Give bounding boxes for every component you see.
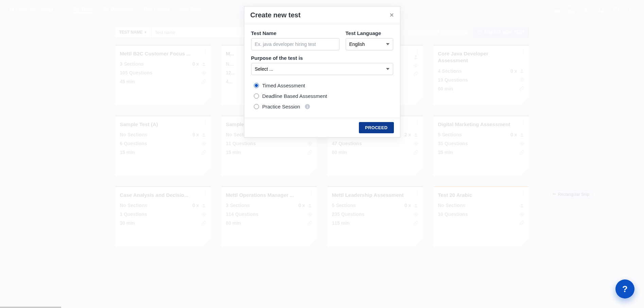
radio-practice-label: Practice Session: [262, 104, 300, 109]
assessment-type-group: Timed Assessment Deadline Based Assessme…: [253, 83, 392, 109]
purpose-select[interactable]: Select ...: [251, 63, 393, 75]
purpose-label: Purpose of the test is: [251, 55, 393, 61]
radio-timed-input[interactable]: [254, 83, 259, 88]
radio-practice[interactable]: Practice Session i: [254, 104, 392, 109]
modal-footer: PROCEED: [244, 118, 400, 137]
proceed-button[interactable]: PROCEED: [359, 122, 394, 133]
radio-deadline-label: Deadline Based Assessment: [262, 93, 327, 99]
modal-body: Test Name Test Language English Purpose …: [244, 24, 400, 118]
create-test-modal: Create new test ✕ Test Name Test Languag…: [244, 6, 400, 138]
radio-timed-label: Timed Assessment: [262, 83, 305, 88]
help-fab[interactable]: ?: [615, 279, 634, 298]
modal-header: Create new test ✕: [244, 6, 400, 24]
info-icon[interactable]: i: [305, 104, 310, 109]
test-language-label: Test Language: [346, 30, 393, 36]
modal-title: Create new test: [250, 11, 301, 19]
radio-timed[interactable]: Timed Assessment: [254, 83, 392, 88]
radio-deadline[interactable]: Deadline Based Assessment: [254, 93, 392, 99]
close-icon[interactable]: ✕: [389, 12, 394, 18]
radio-practice-input[interactable]: [254, 104, 259, 109]
test-language-select[interactable]: English: [346, 38, 393, 50]
test-name-label: Test Name: [251, 30, 340, 36]
radio-deadline-input[interactable]: [254, 93, 259, 99]
modal-overlay: Create new test ✕ Test Name Test Languag…: [0, 0, 644, 308]
test-name-input[interactable]: [251, 38, 340, 50]
